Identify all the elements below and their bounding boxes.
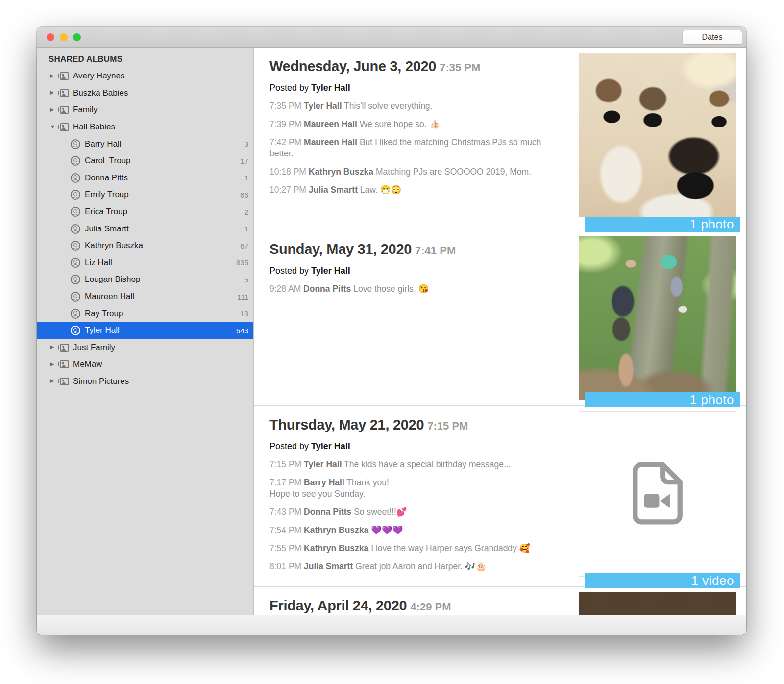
zoom-window-button[interactable] [73, 33, 81, 41]
comment-time: 7:17 PM [270, 478, 301, 487]
photo-thumbnail[interactable] [579, 53, 736, 217]
sidebar-item-liz-hall[interactable]: Liz Hall 835 [37, 254, 253, 272]
comment-author: Julia Smartt [304, 561, 353, 571]
post: Thursday, May 21, 20207:15 PM Posted by … [254, 405, 746, 586]
sidebar-item-barry-hall[interactable]: Barry Hall 3 [37, 135, 253, 152]
comment: 8:01 PM Julia Smartt Great job Aaron and… [270, 561, 559, 572]
sidebar-item-ray-troup[interactable]: Ray Troup 13 [37, 305, 253, 322]
close-window-button[interactable] [47, 33, 54, 41]
sidebar-item-julia-smartt[interactable]: Julia Smartt 1 [37, 220, 253, 237]
post-date-heading: Sunday, May 31, 20207:41 PM [270, 240, 559, 259]
post-date-heading: Friday, April 24, 20204:29 PM [270, 597, 559, 615]
disclosure-triangle-icon[interactable]: ▶ [50, 89, 58, 96]
comment: 7:54 PM Kathryn Buszka 💜💜💜 [270, 525, 559, 536]
dates-button[interactable]: Dates [682, 30, 742, 45]
posts-feed: Wednesday, June 3, 20207:35 PM Posted by… [254, 48, 746, 615]
post: Friday, April 24, 20204:29 PM [254, 586, 746, 615]
comment-author: Maureen Hall [304, 119, 357, 129]
disclosure-triangle-icon[interactable]: ▶ [50, 73, 58, 79]
photo-count: 543 [236, 327, 253, 335]
photo-count: 13 [240, 309, 253, 318]
comment: 7:42 PM Maureen Hall But I liked the mat… [270, 137, 559, 159]
sidebar-item-label: Lougan Bishop [85, 275, 140, 284]
photo-count: 66 [240, 191, 253, 199]
posted-by-prefix: Posted by [270, 83, 309, 93]
comment-time: 7:55 PM [270, 543, 301, 553]
sidebar-item-label: MeMaw [73, 359, 102, 369]
sidebar-item-label: Buszka Babies [73, 88, 128, 98]
comment-text: 💜💜💜 [371, 525, 403, 535]
post-time: 4:29 PM [410, 601, 451, 613]
sidebar-item-kathryn-buszka[interactable]: Kathryn Buszka 67 [37, 237, 253, 254]
comment: 7:55 PM Kathryn Buszka I love the way Ha… [270, 543, 559, 554]
comment-author: Donna Pitts [304, 507, 351, 517]
photo-count: 67 [240, 242, 253, 250]
sidebar-item-label: Just Family [73, 343, 115, 353]
sidebar-item-emily-troup[interactable]: Emily Troup 66 [37, 186, 253, 203]
comment-author: Donna Pitts [303, 284, 351, 294]
sidebar-item-memaw[interactable]: ▶ MeMaw [37, 356, 253, 373]
sidebar-item-tyler-hall-selected[interactable]: Tyler Hall 543 [37, 322, 253, 339]
comment-text: The kids have a special birthday message… [344, 459, 511, 469]
disclosure-triangle-icon[interactable]: ▶ [50, 344, 58, 350]
disclosure-triangle-icon[interactable]: ▶ [50, 361, 58, 367]
comment-text: I love the way Harper says Grandaddy 🥰 [371, 543, 530, 553]
posted-by-line: Posted by Tyler Hall [270, 441, 559, 452]
video-thumbnail[interactable] [579, 411, 736, 577]
posted-by-line: Posted by Tyler Hall [270, 265, 559, 277]
minimize-window-button[interactable] [60, 33, 68, 41]
posted-by-prefix: Posted by [270, 266, 309, 276]
sidebar-item-just-family[interactable]: ▶ Just Family [37, 339, 253, 356]
sidebar-item-donna-pitts[interactable]: Donna Pitts 1 [37, 170, 253, 187]
comment: 7:17 PM Barry Hall Thank you! Hope to se… [270, 477, 559, 500]
post-text-column: Thursday, May 21, 20207:15 PM Posted by … [270, 406, 579, 586]
disclosure-triangle-icon[interactable]: ▶ [50, 106, 58, 113]
sidebar-item-family[interactable]: ▶ Family [37, 101, 253, 119]
shared-albums-window: Dates SHARED ALBUMS ▶ Avery Haynes ▶ Bus… [37, 27, 746, 635]
sidebar-item-hall-babies[interactable]: ▼ Hall Babies [37, 119, 253, 136]
comment: 9:28 AM Donna Pitts Love those girls. 😘 [270, 283, 559, 295]
sidebar-item-erica-troup[interactable]: Erica Troup 2 [37, 203, 253, 221]
posted-by-name: Tyler Hall [311, 441, 350, 451]
comment-author: Julia Smartt [309, 185, 358, 195]
comment-author: Kathryn Buszka [304, 525, 368, 535]
post-time: 7:41 PM [415, 244, 456, 256]
sidebar-item-carol-troup[interactable]: Carol Troup 17 [37, 152, 253, 170]
comment-author: Tyler Hall [304, 101, 342, 111]
post-media-column: 1 photo [579, 236, 736, 405]
shared-album-icon [60, 378, 69, 385]
sidebar-item-label: Avery Haynes [73, 71, 125, 81]
sidebar-item-avery-haynes[interactable]: ▶ Avery Haynes [37, 68, 253, 85]
photo-thumbnail[interactable] [579, 592, 736, 615]
traffic-lights [47, 27, 81, 47]
sidebar-item-simon-pictures[interactable]: ▶ Simon Pictures [37, 373, 253, 390]
photo-count: 2 [245, 208, 253, 216]
posted-by-prefix: Posted by [270, 441, 309, 451]
photo-count: 5 [245, 276, 253, 284]
person-icon [71, 207, 80, 217]
disclosure-triangle-expanded-icon[interactable]: ▼ [50, 124, 58, 129]
comment-author: Barry Hall [304, 478, 344, 487]
disclosure-triangle-icon[interactable]: ▶ [50, 378, 58, 384]
comment-text: Matching PJs are SOOOOO 2019, Mom. [376, 167, 531, 177]
photo-thumbnail[interactable] [579, 236, 736, 400]
comment: 7:43 PM Donna Pitts So sweet!!!💕 [270, 507, 559, 518]
comment: 7:35 PM Tyler Hall This'll solve everyth… [270, 101, 559, 112]
shared-album-icon [60, 344, 69, 352]
sidebar: SHARED ALBUMS ▶ Avery Haynes ▶ Buszka Ba… [37, 48, 254, 615]
photo-count: 1 [245, 225, 253, 233]
comment-text: Love those girls. 😘 [353, 284, 429, 294]
comment-text: This'll solve everything. [344, 101, 432, 111]
person-icon [71, 173, 80, 183]
sidebar-item-lougan-bishop[interactable]: Lougan Bishop 5 [37, 271, 253, 288]
person-icon [71, 275, 80, 284]
comment-time: 8:01 PM [270, 561, 301, 571]
person-icon [71, 224, 80, 234]
sidebar-item-buszka-babies[interactable]: ▶ Buszka Babies [37, 85, 253, 102]
comment-time: 7:35 PM [270, 101, 301, 111]
sidebar-item-label: Ray Troup [85, 309, 123, 319]
sidebar-item-label: Maureen Hall [85, 292, 134, 302]
comment-author: Kathryn Buszka [304, 543, 368, 553]
sidebar-item-maureen-hall[interactable]: Maureen Hall 111 [37, 288, 253, 305]
shared-album-icon [60, 72, 69, 80]
